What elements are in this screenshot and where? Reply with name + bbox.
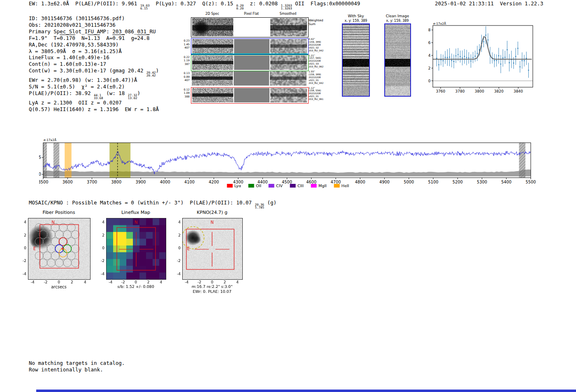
legend-label: HeII: [341, 183, 349, 188]
data-point: [460, 56, 461, 57]
cutout-exposure-row: [191, 87, 309, 104]
sky-panel-title: Clean Image: [377, 14, 418, 18]
sky-image-canvas: [385, 24, 410, 96]
text-segment: ID: 3011546736 (3011546736.pdf): [29, 15, 125, 21]
mosaic-panel-title: Lineflux Map: [106, 210, 165, 215]
cutout-image: [270, 39, 307, 53]
cutout-left-stats: 0.13 0.89 407: [181, 72, 190, 82]
data-point: [526, 58, 527, 59]
x-tick-label: 0: [131, 280, 141, 284]
y-tick-label: 2: [18, 233, 26, 237]
tick-label: 3780: [455, 89, 465, 93]
mosaic-header: MOSAIC/KPNO : Possible Matches = 0 (with…: [29, 199, 276, 209]
fiber-circle: [35, 252, 43, 260]
text-segment: Primary Spec_Slot_IFU_AMP: 203_086_031_R…: [29, 28, 156, 35]
data-point: [498, 55, 499, 56]
info-line: EWr = 2.70(±0.98) (w: 1.30(±0.47))Å: [29, 77, 159, 84]
fiber-circle: [63, 230, 72, 239]
info-line: P(LAE)/P(OII): 38.92 44.133.68 (w: 18 27…: [29, 90, 159, 100]
panel-overlay: N: [107, 218, 166, 279]
tick-label: 3820: [494, 89, 504, 93]
tick-label: 3800: [111, 180, 121, 184]
data-point: [509, 62, 510, 63]
units-annotation: e-17x2Å: [44, 138, 57, 142]
data-point: [513, 63, 514, 64]
kpno-image-panel: NE: [182, 218, 243, 280]
fraction-lower: 5.785: [255, 206, 264, 209]
legend-label: OII: [256, 183, 261, 188]
data-point: [496, 60, 497, 61]
fiber-circle: [47, 230, 56, 239]
legend-swatch: [269, 184, 274, 188]
legend-item: MgII: [311, 183, 327, 188]
tick-label: 5300: [477, 180, 487, 184]
x-tick-label: 0: [54, 280, 64, 284]
info-line: Cont(w) = 3.30(±0.01)e-17 (gmag 20.42 20…: [29, 67, 159, 77]
fiber-circle: [39, 230, 47, 239]
data-point: [472, 57, 474, 58]
x-tick-label: 2: [67, 280, 77, 284]
report-timestamp: 2025-01-02 21:33:11: [435, 0, 494, 7]
with-sky-image: [342, 23, 370, 97]
data-point: [458, 54, 459, 55]
legend-label: MgII: [318, 183, 327, 188]
selected-fiber-green: [63, 245, 72, 253]
cutout-right-meta: 1.21" (157, 565) 20210208 v021_03 203_RU…: [309, 54, 323, 69]
cutout-left-stats: 0.22 1.19 387: [181, 56, 190, 66]
text-segment: Obs: 20210208v021_3011546736: [29, 22, 116, 28]
text-segment: ): [156, 67, 159, 74]
tick-label: 8: [428, 28, 431, 32]
cutout-image: [234, 39, 269, 53]
cutout-exposure-row: [191, 71, 308, 86]
full-spectrum-svg: 3500360037003800390040004100420043004400…: [39, 138, 538, 190]
fraction-lower: 13.02: [128, 97, 137, 100]
panel-overlay: NE: [28, 218, 90, 279]
y-tick-label: -2: [172, 259, 181, 263]
sky-panel-coords: x, y: 159, 389: [377, 19, 418, 23]
compass-north: N: [135, 220, 137, 225]
data-point: [466, 57, 467, 58]
cutout-image: [270, 56, 307, 70]
fiber-circle: [51, 238, 59, 246]
x-tick-label: 4: [80, 280, 90, 284]
text-segment: A=: [100, 35, 112, 41]
text-segment: EW: 1.3±62.0Å P(LAE)/P(OII): 9.961: [29, 0, 140, 7]
tick-label: 3700: [87, 180, 97, 184]
x-tick-label: -4: [182, 280, 192, 284]
sky-panel-coords: x, y: 159, 389: [335, 19, 376, 23]
text-segment: Cont(n) = 1.60(±0.13)e-17: [29, 61, 106, 67]
fraction-lower: 6.15: [140, 7, 150, 10]
info-line: Q(0.57) HeII(1640) z = 1.3196 EW r = 1.8…: [29, 106, 159, 113]
legend-label: CIII: [297, 183, 304, 188]
fiber-circle: [71, 245, 79, 253]
x-tick-label: -4: [106, 280, 116, 284]
elixer-report-page: { "meta": {"generated": "2025-01-02 21:3…: [0, 0, 576, 392]
x-tick-label: -4: [28, 280, 37, 284]
y-tick-label: 2: [172, 233, 181, 237]
y-tick-label: 4: [18, 220, 26, 224]
fiber-circle: [71, 230, 79, 239]
tick-label: 5000: [404, 180, 414, 184]
data-point: [462, 58, 463, 59]
data-point: [436, 58, 437, 59]
text-segment: Cont(w) = 3.30(±0.01)e-17 (gmag 20.42: [29, 67, 146, 74]
data-point: [475, 56, 476, 57]
legend-item: CIII: [290, 183, 304, 188]
data-point: [515, 56, 516, 57]
weighted-sum-label: Weighted Sum: [309, 19, 323, 26]
data-point: [470, 60, 471, 62]
cutout-image: [234, 71, 269, 86]
plot-frame: [433, 26, 533, 87]
y-tick-label: -4: [18, 272, 26, 276]
data-point: [500, 64, 502, 65]
fiber-circle: [55, 259, 63, 267]
fraction-lower: 1.3203: [281, 7, 292, 10]
stacked-fraction: 44.133.68: [94, 94, 103, 100]
cutout-image: [234, 56, 269, 70]
tick-label: 4100: [184, 180, 195, 184]
info-line: Obs: 20210208v021_3011546736: [29, 22, 159, 28]
tick-label: 0: [39, 172, 41, 176]
tick-label: 5100: [428, 180, 439, 184]
y-tick-label: 4: [172, 220, 181, 224]
cutout-image: [192, 56, 233, 70]
